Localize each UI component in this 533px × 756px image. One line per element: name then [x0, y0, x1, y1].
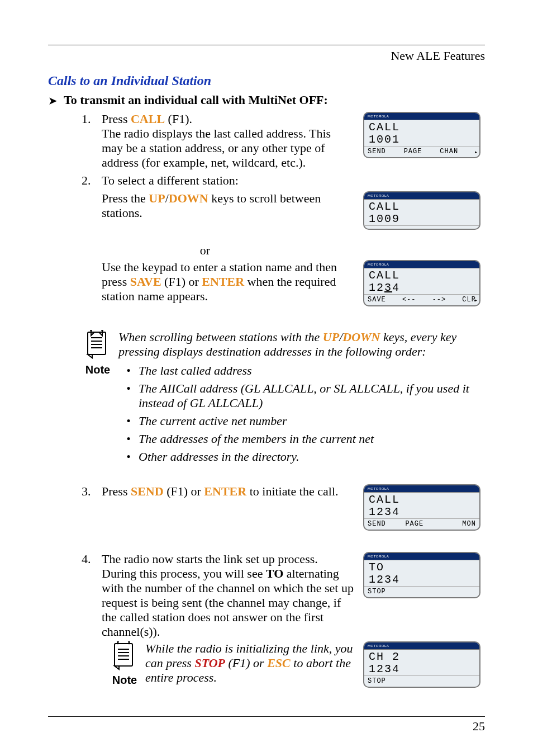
softkey: SEND	[368, 148, 386, 155]
item-text: The addresses of the members in the curr…	[139, 432, 374, 446]
lcd-softkeys: SEND PAGE CHAN ▸	[364, 147, 479, 157]
text: (F1) or	[161, 275, 202, 289]
note-icon	[83, 330, 112, 359]
lcd-line2: 1001	[364, 134, 479, 147]
procedure-title: To transmit an individual call with Mult…	[64, 93, 328, 107]
save-key-label: SAVE	[130, 275, 161, 289]
note-1: Note When scrolling between stations wit…	[77, 330, 485, 467]
note-icon	[110, 641, 139, 670]
up-key-label: UP	[149, 191, 165, 205]
step-1-body: The radio displays the last called addre…	[102, 126, 349, 170]
down-key-label: DOWN	[169, 191, 208, 205]
step-2-updown: Press the UP/DOWN keys to scroll between…	[48, 191, 485, 240]
brand-label: MOTOROLA	[364, 194, 389, 197]
item-text: The last called address	[139, 363, 252, 378]
text: Press the	[102, 191, 149, 205]
arrow-icon: ➤	[48, 93, 64, 107]
page-number: 25	[473, 719, 485, 733]
text: Press	[102, 484, 131, 498]
brand-label: MOTOROLA	[364, 487, 389, 490]
step-3: 3. Press SEND (F1) or ENTER to initiate …	[82, 484, 485, 541]
step-1: 1. Press CALL (F1). The radio displays t…	[82, 112, 355, 170]
softkey: STOP	[368, 588, 386, 596]
lcd-softkeys	[364, 226, 479, 229]
brand-label: MOTOROLA	[364, 115, 389, 118]
brand-label: MOTOROLA	[364, 555, 389, 558]
step-1-block: 1. Press CALL (F1). The radio displays t…	[48, 112, 485, 191]
text: 12	[369, 281, 384, 294]
list-item: •The last called address	[118, 363, 485, 378]
list-item: •The addresses of the members in the cur…	[118, 432, 485, 446]
note-label: Note	[77, 363, 118, 376]
lcd-line1: CALL	[364, 120, 479, 134]
svg-rect-0	[88, 332, 106, 355]
step-number: 2.	[82, 173, 102, 188]
text: to initiate the call.	[246, 484, 338, 498]
lcd-display-4: MOTOROLA CALL 1234 SEND PAGE MON	[363, 484, 480, 531]
step-2-keypad-text: Use the keypad to enter a station name a…	[102, 260, 355, 304]
step-4: 4. The radio now starts the link set up …	[82, 552, 485, 639]
lcd-line1: CALL	[364, 493, 479, 506]
esc-key-label: ESC	[267, 656, 291, 670]
text: Press	[102, 112, 131, 126]
softkey: -->	[432, 296, 446, 304]
text: (F1) or	[164, 484, 204, 498]
page-footer: 25	[48, 716, 485, 734]
svg-rect-7	[115, 644, 132, 666]
lcd-line2: 1234	[364, 282, 479, 295]
item-text: The current active net number	[139, 414, 287, 428]
send-key-label: SEND	[131, 484, 164, 498]
page: New ALE Features Calls to an Individual …	[0, 0, 533, 756]
text: 4	[392, 281, 400, 294]
section-title: Calls to an Individual Station	[48, 73, 485, 88]
softkey: CHAN	[440, 148, 458, 155]
cursor: 3	[384, 281, 392, 294]
lcd-display-3: MOTOROLA CALL 1234 SAVE <-- --> CLR ▸	[363, 260, 480, 306]
step-2-scroll: Press the UP/DOWN keys to scroll between…	[102, 191, 355, 220]
note-2-row: Note While the radio is initializing the…	[104, 641, 485, 698]
lcd-line2: 1234	[364, 574, 479, 587]
call-key-label: CALL	[131, 112, 165, 126]
note-label: Note	[104, 674, 145, 687]
lcd-line2: 1234	[364, 506, 479, 519]
list-item: •Other addresses in the directory.	[118, 450, 485, 464]
header-rule	[48, 45, 485, 45]
step-number: 1.	[82, 112, 102, 170]
lcd-line2: 1009	[364, 213, 479, 226]
or-divider: or	[48, 243, 485, 258]
step-2: 2. To select a different station:	[82, 173, 355, 188]
softkey: STOP	[368, 677, 386, 685]
lcd-softkeys: STOP	[364, 587, 479, 597]
lcd-line1: CH 2	[364, 650, 479, 663]
lcd-line1: CALL	[364, 200, 479, 213]
note-list: •The last called address •The AIICall ad…	[118, 363, 485, 464]
lcd-line2: 1234	[364, 663, 479, 676]
item-text: The AIICall address (GL ALLCALL, or SL A…	[139, 381, 485, 410]
to-label: TO	[266, 566, 283, 580]
stop-key-label: STOP	[194, 656, 225, 670]
item-text: Other addresses in the directory.	[139, 450, 299, 464]
step-number: 4.	[82, 552, 102, 566]
lcd-line1: CALL	[364, 268, 479, 282]
triangle-icon: ▸	[474, 297, 478, 304]
note-2-body: While the radio is initializing the link…	[145, 641, 355, 687]
lcd-softkeys: SEND PAGE MON	[364, 519, 479, 530]
brand-label: MOTOROLA	[364, 263, 389, 266]
list-item: •The AIICall address (GL ALLCALL, or SL …	[118, 381, 485, 410]
enter-key-label: ENTER	[202, 275, 244, 289]
step-2-keypad: Use the keypad to enter a station name a…	[48, 260, 485, 316]
lcd-softkeys: STOP	[364, 676, 479, 687]
running-header: New ALE Features	[48, 49, 485, 63]
softkey: SEND	[368, 520, 386, 528]
softkey: PAGE	[404, 148, 422, 155]
note-intro: When scrolling between stations with the…	[118, 330, 485, 359]
softkey: PAGE	[405, 520, 423, 528]
procedure-heading: ➤ To transmit an individual call with Mu…	[48, 93, 485, 107]
up-key-label: UP	[323, 330, 339, 344]
lcd-display-5: MOTOROLA TO 1234 STOP	[363, 552, 480, 598]
text: When scrolling between stations with the	[118, 330, 323, 344]
down-key-label: DOWN	[342, 330, 380, 344]
lcd-display-2: MOTOROLA CALL 1009	[363, 191, 480, 230]
softkey: SAVE	[368, 296, 386, 304]
lcd-display-6: MOTOROLA CH 2 1234 STOP	[363, 641, 480, 688]
